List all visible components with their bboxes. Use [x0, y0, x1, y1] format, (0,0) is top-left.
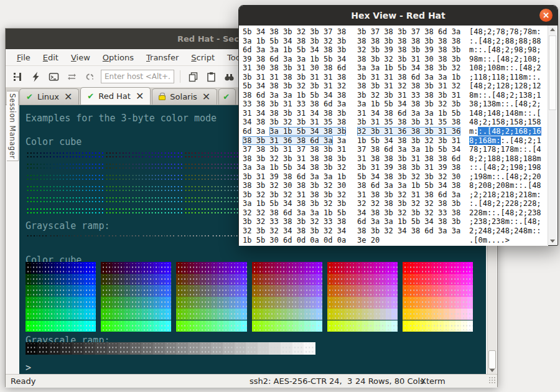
- resize-grip[interactable]: [488, 376, 495, 383]
- bg-cube-cell: [148, 262, 154, 274]
- bg-cube-cell: [194, 285, 200, 297]
- menu-file[interactable]: File: [11, 51, 37, 64]
- grayscale-bar: [26, 342, 315, 355]
- bg-cube-cell: [61, 297, 67, 309]
- tab-solaris[interactable]: Solaris✕: [152, 88, 217, 105]
- bg-cube-cell: [293, 320, 299, 332]
- check-icon: ✔: [26, 92, 33, 101]
- hex-scrollbar-thumb[interactable]: [549, 35, 556, 110]
- fg-cube-cell: [105, 206, 111, 213]
- fg-cube-cell: [124, 172, 130, 180]
- scroll-down-arrow-icon[interactable]: [550, 240, 555, 243]
- bg-cube-cell: [310, 285, 317, 297]
- scroll-down-arrow-icon[interactable]: [490, 369, 495, 372]
- fg-cube-cell: [52, 150, 58, 157]
- bg-cube-cell: [281, 297, 287, 309]
- copy-icon[interactable]: [186, 70, 200, 83]
- grayscale-dot-cell: [95, 233, 107, 239]
- bg-cube-cell: [391, 309, 398, 320]
- fg-cube-cell: [223, 161, 229, 169]
- hex-content[interactable]: 5b 34 38 3b 32 3b 37 383b 37 38 3b 37 38…: [239, 26, 548, 246]
- tab-linux[interactable]: ✔Linux✕: [19, 88, 79, 105]
- fg-cube-cell: [32, 206, 38, 213]
- bg-cube-cell: [275, 285, 281, 297]
- reconnect-icon[interactable]: [65, 70, 78, 83]
- menu-script[interactable]: Script: [185, 51, 221, 64]
- tab-close-icon[interactable]: ✕: [136, 93, 144, 100]
- bg-cube-cell: [166, 297, 172, 309]
- hex-row: 32 3b 32 34 38 3b 32 3438 3b 32 34 38 6d…: [243, 226, 548, 236]
- tab-close-icon[interactable]: ✕: [202, 93, 210, 101]
- fg-cube-cell: [84, 195, 90, 202]
- scroll-up-arrow-icon[interactable]: [550, 28, 555, 31]
- bg-cube-cell: [461, 309, 467, 320]
- fg-cube-cell: [203, 150, 209, 157]
- session-manager-tab[interactable]: Session Manager: [7, 91, 19, 161]
- bg-cube-cell: [374, 285, 380, 297]
- bg-cube-cell: [351, 297, 357, 309]
- session-manager-icon[interactable]: [11, 70, 24, 83]
- bg-cube-cell: [252, 309, 258, 320]
- menu-transfer[interactable]: Transfer: [140, 51, 185, 64]
- bg-cube-cell: [49, 297, 55, 309]
- grayscale-bar-cell: [83, 342, 95, 355]
- bg-cube-cell: [206, 262, 212, 274]
- bg-cube-cell: [113, 274, 119, 286]
- hex-row: 1b 5b 30 6d 0d 0a 0d 0a3e 20.[0m....>: [243, 236, 548, 245]
- bg-cube-cell: [408, 297, 414, 309]
- bg-cube-cell: [304, 297, 310, 309]
- fg-cube-cell: [223, 150, 229, 157]
- fg-cube-cell: [84, 161, 90, 169]
- menu-options[interactable]: Options: [96, 51, 140, 64]
- fg-cube-cell: [90, 172, 96, 180]
- menu-edit[interactable]: Edit: [37, 51, 65, 64]
- bg-cube-cell: [217, 262, 223, 274]
- bg-cube-cell: [252, 274, 258, 286]
- hostname-input[interactable]: [101, 70, 174, 83]
- hex-titlebar[interactable]: Hex View - Red Hat ×: [239, 6, 558, 26]
- find-icon[interactable]: [222, 70, 236, 83]
- bg-cube-cell: [90, 285, 96, 297]
- bg-cube-cell: [124, 274, 131, 286]
- grayscale-bar-cell: [26, 342, 37, 355]
- close-button[interactable]: ×: [539, 9, 553, 22]
- tab-close-icon[interactable]: ✕: [64, 93, 72, 101]
- fg-cube-cell: [58, 206, 64, 213]
- fg-cube-cell: [197, 150, 203, 157]
- bg-cube-cell: [188, 274, 194, 286]
- bg-cube-cell: [420, 285, 426, 297]
- hex-row: 5b 34 38 3b 32 3b 31 3238 3b 31 32 38 3b…: [243, 82, 548, 91]
- hex-scrollbar[interactable]: [548, 26, 557, 245]
- bg-cube-cell: [333, 285, 339, 297]
- tab-red-hat[interactable]: ✔Red Hat✕: [80, 87, 151, 105]
- bg-cube-cell: [275, 309, 281, 320]
- grayscale-bar-cell: [37, 342, 49, 355]
- fg-cube-cell: [156, 161, 162, 169]
- grayscale-dot-cell: [37, 233, 49, 239]
- paste-icon[interactable]: [204, 70, 218, 83]
- bg-cube-cell: [78, 309, 85, 320]
- bg-cube-cell: [362, 309, 368, 320]
- bg-cube-cell: [26, 297, 32, 309]
- bg-cube-cell: [194, 297, 200, 309]
- bg-cube-cell: [339, 297, 345, 309]
- terminal-icon[interactable]: [47, 70, 60, 83]
- bg-cube-cell: [26, 262, 32, 274]
- bg-cube-cell: [420, 309, 426, 320]
- tab-partial[interactable]: ✔: [218, 88, 236, 105]
- disconnect-icon[interactable]: [83, 70, 96, 83]
- hex-row: 37 38 3b 31 37 38 3b 3137 38 6d 3a 3a 1b…: [243, 145, 548, 154]
- status-terminal-size: 24 Rows, 80 Cols: [355, 376, 424, 386]
- fg-cube-cell: [71, 150, 77, 157]
- menu-view[interactable]: View: [65, 51, 96, 64]
- fg-cube-cell: [26, 206, 32, 213]
- tab-label: Red Hat: [98, 91, 131, 101]
- fg-cube-cell: [118, 161, 124, 169]
- fg-cube-cell: [58, 184, 64, 191]
- fg-cube-cell: [105, 150, 111, 157]
- bg-cube-cell: [235, 309, 241, 320]
- quick-connect-icon[interactable]: [29, 70, 42, 83]
- terminal-scrollbar-thumb[interactable]: [488, 350, 496, 369]
- bg-cube-cell: [345, 285, 351, 297]
- grayscale-dot-cell: [60, 233, 72, 239]
